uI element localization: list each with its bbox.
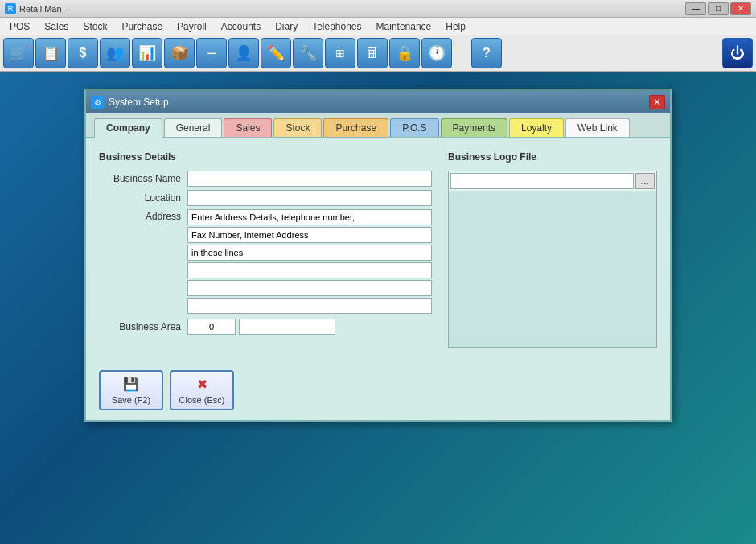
menu-purchase[interactable]: Purchase [115,19,169,34]
tab-company[interactable]: Company [94,118,162,138]
business-logo-title: Business Logo File [448,151,657,163]
toolbar: 🛒 📋 $ 👥 📊 📦 − 👤 ✏️ 🔧 ⊞ 🖩 🔒 🕐 ? ⏻ [0,35,756,72]
address-line-3[interactable] [187,245,432,261]
menu-stock[interactable]: Stock [76,19,113,34]
close-label: Close (Esc) [179,395,225,405]
address-lines [187,209,432,314]
app-icon: R [5,3,16,14]
people-button[interactable]: 👥 [100,38,130,68]
lock-button[interactable]: 🔒 [389,38,420,68]
form-columns: Business Details Business Name Location … [99,151,657,348]
menu-sales[interactable]: Sales [38,19,75,34]
document-button[interactable]: 📋 [35,38,66,68]
tab-payments[interactable]: Payments [441,118,507,137]
address-line-1[interactable] [187,209,432,225]
location-row: Location [99,190,432,206]
save-icon: 💾 [121,376,141,392]
edit-button[interactable]: ✏️ [261,38,291,68]
logo-path-input[interactable] [450,173,634,189]
tab-loyalty[interactable]: Loyalty [509,118,564,137]
location-input[interactable] [187,190,432,206]
menu-payroll[interactable]: Payroll [171,19,213,34]
help-button[interactable]: ? [471,38,502,68]
logo-box: ... [448,171,657,348]
address-line-2[interactable] [187,227,432,243]
dialog-title: System Setup [109,97,169,108]
save-button[interactable]: 💾 Save (F2) [99,370,163,410]
right-panel: Business Logo File ... [448,151,657,348]
title-bar-left: R Retail Man - [5,3,67,14]
chart-button[interactable]: 📊 [132,38,162,68]
logo-browse-button[interactable]: ... [635,173,655,189]
system-setup-dialog: ⚙ System Setup ✕ Company General Sales S… [84,89,672,422]
dialog-close-button[interactable]: ✕ [649,95,665,109]
dialog-title-left: ⚙ System Setup [91,96,169,109]
address-section: Address [99,209,432,314]
business-name-input[interactable] [187,171,432,187]
menu-diary[interactable]: Diary [269,19,304,34]
business-area-input[interactable] [187,319,236,335]
dialog-icon: ⚙ [91,96,104,109]
maximize-button[interactable]: □ [708,2,729,15]
minimize-button[interactable]: — [685,2,706,15]
title-bar: R Retail Man - — □ ✕ [0,0,756,18]
menu-maintenance[interactable]: Maintenance [370,19,438,34]
tab-purchase[interactable]: Purchase [323,118,388,137]
address-line-4[interactable] [187,262,432,278]
minus-button[interactable]: − [196,38,227,68]
power-button[interactable]: ⏻ [722,38,753,68]
logo-preview [449,191,656,347]
dialog-footer: 💾 Save (F2) ✖ Close (Esc) [86,361,670,420]
address-line-5[interactable] [187,280,432,296]
business-area-row: Business Area [99,319,432,335]
main-area: ⚙ System Setup ✕ Company General Sales S… [0,72,756,544]
dialog-body: Business Details Business Name Location … [86,138,670,361]
close-button[interactable]: ✕ [730,2,751,15]
box-button[interactable]: 📦 [164,38,195,68]
business-details-title: Business Details [99,151,432,163]
business-name-label: Business Name [99,173,187,184]
left-panel: Business Details Business Name Location … [99,151,432,348]
menu-telephones[interactable]: Telephones [306,19,368,34]
grid-button[interactable]: ⊞ [325,38,355,68]
dollar-button[interactable]: $ [68,38,98,68]
person-button[interactable]: 👤 [228,38,259,68]
menu-help[interactable]: Help [439,19,472,34]
menu-bar: POS Sales Stock Purchase Payroll Account… [0,18,756,35]
pos-button[interactable]: 🛒 [3,38,34,68]
business-area-input2[interactable] [239,319,335,335]
business-area-label: Business Area [99,321,187,332]
address-label: Address [99,209,187,314]
clock-button[interactable]: 🕐 [421,38,452,68]
tab-stock[interactable]: Stock [273,118,322,137]
tab-weblink[interactable]: Web Link [565,118,630,137]
close-dialog-button[interactable]: ✖ Close (Esc) [170,370,234,410]
business-name-row: Business Name [99,171,432,187]
calc-button[interactable]: 🖩 [357,38,388,68]
tools-button[interactable]: 🔧 [293,38,323,68]
location-label: Location [99,192,187,204]
tabs-row: Company General Sales Stock Purchase P.O… [86,113,670,138]
tab-general[interactable]: General [164,118,223,137]
dialog-title-bar: ⚙ System Setup ✕ [86,91,670,113]
tab-pos[interactable]: P.O.S [390,118,438,137]
menu-pos[interactable]: POS [3,19,36,34]
window-controls: — □ ✕ [685,2,751,15]
logo-header: ... [449,171,656,191]
save-label: Save (F2) [112,395,150,405]
tab-sales[interactable]: Sales [224,118,272,137]
close-icon: ✖ [192,376,212,392]
address-line-6[interactable] [187,298,432,314]
app-title: Retail Man - [19,4,67,14]
menu-accounts[interactable]: Accounts [215,19,267,34]
